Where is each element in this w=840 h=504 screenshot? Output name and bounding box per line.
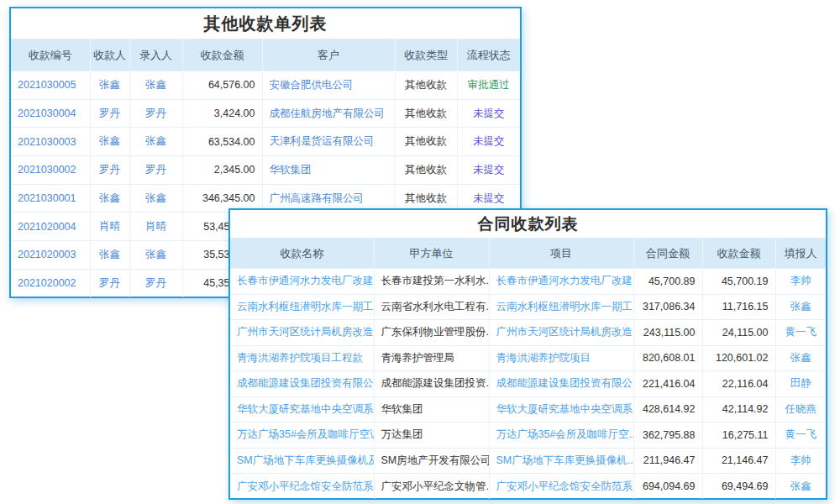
entry-person-link[interactable]: 罗丹 xyxy=(129,99,182,128)
receipt-id-link[interactable]: 2021020002 xyxy=(11,269,90,297)
payee-link[interactable]: 张鑫 xyxy=(90,128,129,156)
receipt-name-link[interactable]: 广安邓小平纪念馆安全防范系... xyxy=(230,474,374,500)
filler-link[interactable]: 任晓燕 xyxy=(775,396,826,423)
payee-link[interactable]: 罗丹 xyxy=(90,156,129,185)
customer-link[interactable]: 华软集团 xyxy=(262,156,395,185)
payee-link[interactable]: 罗丹 xyxy=(90,99,129,128)
receipt-id-link[interactable]: 2021020003 xyxy=(11,241,90,270)
table-row: 广州市天河区统计局机房改造... 广东保利物业管理股份... 广州市天河区统计局… xyxy=(230,320,826,346)
receipt-type-cell: 其他收款 xyxy=(395,71,457,100)
project-link[interactable]: 成都能源建设集团投资有限公... xyxy=(489,371,633,397)
project-link[interactable]: 长春市伊通河水力发电厂改建... xyxy=(489,269,633,295)
col-receipt-name: 收款名称 xyxy=(230,239,374,269)
receipt-name-link[interactable]: 万达广场35#会所及咖啡厅空调... xyxy=(230,423,374,449)
other-header-row: 收款编号 收款人 录入人 收款金额 客户 收款类型 流程状态 xyxy=(11,39,520,71)
receipt-name-link[interactable]: 长春市伊通河水力发电厂改建... xyxy=(230,269,374,295)
table-row: 2021030002 罗丹 罗丹 2,345.00 华软集团 其他收款 未提交 xyxy=(11,156,520,185)
table-row: 万达广场35#会所及咖啡厅空调... 万达集团 万达广场35#会所及咖啡厅空..… xyxy=(230,423,826,449)
entry-person-link[interactable]: 肖晴 xyxy=(129,213,182,241)
party-a-cell: 云南省水利水电工程有... xyxy=(374,294,489,320)
receipt-type-cell: 其他收款 xyxy=(395,156,457,185)
customer-link[interactable]: 安徽合肥供电公司 xyxy=(262,71,395,100)
entry-person-link[interactable]: 罗丹 xyxy=(129,156,182,185)
receipt-name-link[interactable]: 广州市天河区统计局机房改造... xyxy=(230,320,374,346)
filler-link[interactable]: 张鑫 xyxy=(775,294,826,320)
contract-header-row: 收款名称 甲方单位 项目 合同金额 收款金额 填报人 xyxy=(230,239,826,269)
status-badge: 未提交 xyxy=(457,99,520,128)
col-amount: 收款金额 xyxy=(182,39,262,71)
contract-receipts-title: 合同收款列表 xyxy=(230,210,826,239)
receipt-id-link[interactable]: 2021030005 xyxy=(11,71,90,100)
contract-amount-cell: 45,700.89 xyxy=(633,269,702,295)
project-link[interactable]: 广安邓小平纪念馆安全防范系... xyxy=(489,474,633,500)
col-contract-amount: 合同金额 xyxy=(633,239,702,269)
payee-link[interactable]: 张鑫 xyxy=(90,71,129,100)
project-link[interactable]: SM广场地下车库更换摄像机... xyxy=(489,448,633,474)
table-row: 广安邓小平纪念馆安全防范系... 广安邓小平纪念文物管... 广安邓小平纪念馆安… xyxy=(230,474,826,500)
receipt-id-link[interactable]: 2021030003 xyxy=(11,128,90,156)
payee-link[interactable]: 张鑫 xyxy=(90,241,129,270)
receipt-name-link[interactable]: 云南水利枢纽潜明水库一期工... xyxy=(230,294,374,320)
filler-link[interactable]: 李帅 xyxy=(775,269,826,295)
customer-link[interactable]: 天津利是货运有限公司 xyxy=(262,128,395,156)
table-row: 青海洪湖养护院项目工程款 青海养护管理局 青海洪湖养护院项目 820,608.0… xyxy=(230,345,826,371)
other-receipts-title: 其他收款单列表 xyxy=(11,8,520,39)
filler-link[interactable]: 张鑫 xyxy=(775,345,826,371)
contract-receipts-table: 收款名称 甲方单位 项目 合同金额 收款金额 填报人 长春市伊通河水力发电厂改建… xyxy=(230,239,826,499)
col-entry-person: 录入人 xyxy=(129,39,182,71)
receipt-name-link[interactable]: 华软大厦研究基地中央空调系... xyxy=(230,396,374,423)
table-row: 云南水利枢纽潜明水库一期工... 云南省水利水电工程有... 云南水利枢纽潜明水… xyxy=(230,294,826,320)
filler-link[interactable]: 黄一飞 xyxy=(775,423,826,449)
filler-link[interactable]: 张鑫 xyxy=(775,474,826,500)
entry-person-link[interactable]: 张鑫 xyxy=(129,241,182,270)
payee-link[interactable]: 罗丹 xyxy=(90,269,129,297)
project-link[interactable]: 广州市天河区统计局机房改造... xyxy=(489,320,633,346)
receipt-type-cell: 其他收款 xyxy=(395,99,457,128)
receipt-id-link[interactable]: 2021020004 xyxy=(11,213,90,241)
received-amount-cell: 45,700.19 xyxy=(702,269,775,295)
filler-link[interactable]: 黄一飞 xyxy=(775,320,826,346)
received-amount-cell: 69,494.69 xyxy=(702,474,775,500)
contract-amount-cell: 362,795.88 xyxy=(633,423,702,449)
col-customer: 客户 xyxy=(262,39,395,71)
filler-link[interactable]: 李帅 xyxy=(775,448,826,474)
customer-link[interactable]: 成都佳航房地产有限公司 xyxy=(262,99,395,128)
party-a-cell: 万达集团 xyxy=(374,423,489,449)
project-link[interactable]: 云南水利枢纽潜明水库一期工... xyxy=(489,294,633,320)
received-amount-cell: 11,716.15 xyxy=(702,294,775,320)
amount-cell: 64,576.00 xyxy=(182,71,262,100)
receipt-id-link[interactable]: 2021030002 xyxy=(11,156,90,185)
payee-link[interactable]: 张鑫 xyxy=(90,184,129,213)
receipt-name-link[interactable]: 青海洪湖养护院项目工程款 xyxy=(230,345,374,371)
entry-person-link[interactable]: 罗丹 xyxy=(129,269,182,297)
status-badge: 未提交 xyxy=(457,128,520,156)
contract-amount-cell: 317,086.34 xyxy=(633,294,702,320)
col-received-amount: 收款金额 xyxy=(702,239,775,269)
receipt-id-link[interactable]: 2021030001 xyxy=(11,184,90,213)
party-a-cell: 华软集团 xyxy=(374,396,489,423)
receipt-id-link[interactable]: 2021030004 xyxy=(11,99,90,128)
party-a-cell: 青海养护管理局 xyxy=(374,345,489,371)
col-filler: 填报人 xyxy=(775,239,826,269)
entry-person-link[interactable]: 张鑫 xyxy=(129,71,182,100)
project-link[interactable]: 青海洪湖养护院项目 xyxy=(489,345,633,371)
receipt-name-link[interactable]: SM广场地下车库更换摄像机及... xyxy=(230,448,374,474)
table-row: 2021030004 罗丹 罗丹 3,424.00 成都佳航房地产有限公司 其他… xyxy=(11,99,520,128)
status-badge: 审批通过 xyxy=(457,71,520,100)
status-badge: 未提交 xyxy=(457,156,520,185)
project-link[interactable]: 华软大厦研究基地中央空调系... xyxy=(489,396,633,423)
entry-person-link[interactable]: 张鑫 xyxy=(129,128,182,156)
received-amount-cell: 120,601.02 xyxy=(702,345,775,371)
filler-link[interactable]: 田静 xyxy=(775,371,826,397)
contract-amount-cell: 428,614.92 xyxy=(633,396,702,423)
payee-link[interactable]: 肖晴 xyxy=(90,213,129,241)
receipt-name-link[interactable]: 成都能源建设集团投资有限公... xyxy=(230,371,374,397)
received-amount-cell: 16,275.11 xyxy=(702,423,775,449)
col-project: 项目 xyxy=(489,239,633,269)
table-row: 华软大厦研究基地中央空调系... 华软集团 华软大厦研究基地中央空调系... 4… xyxy=(230,396,826,423)
col-party-a: 甲方单位 xyxy=(374,239,489,269)
project-link[interactable]: 万达广场35#会所及咖啡厅空... xyxy=(489,423,633,449)
contract-amount-cell: 211,946.47 xyxy=(633,448,702,474)
entry-person-link[interactable]: 张鑫 xyxy=(129,184,182,213)
received-amount-cell: 22,116.04 xyxy=(702,371,775,397)
